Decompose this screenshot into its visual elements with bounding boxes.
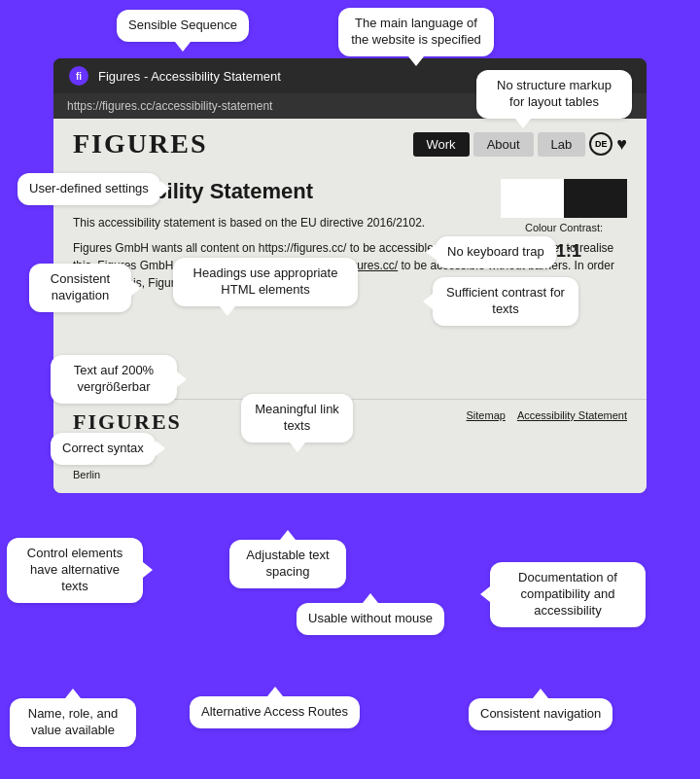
nav-lab-button[interactable]: Lab — [538, 132, 586, 157]
nav-logo: FIGURES — [73, 128, 207, 159]
contrast-white — [501, 179, 564, 218]
tab-favicon: fi — [69, 66, 88, 86]
bubble-headings: Headings use appropriate HTML elements — [173, 258, 358, 306]
footer-logo: FIGURES — [73, 409, 182, 435]
nav-bar: FIGURES Work About Lab DE ♥ — [53, 119, 647, 169]
bubble-correct-syntax: Correct syntax — [51, 433, 156, 465]
bubble-sufficient-contrast: Sufficient contrast for texts — [433, 277, 578, 326]
bubble-no-structure: No structure markup for layout tables — [476, 70, 632, 119]
bubble-meaningful-links: Meaningful link texts — [241, 394, 353, 443]
bubble-name-role-value: Name, role, and value available — [10, 698, 136, 747]
bubble-consistent-nav-2: Consistent navigation — [469, 698, 612, 730]
nav-about-button[interactable]: About — [473, 132, 534, 157]
bubble-adjustable-spacing: Adjustable text spacing — [229, 540, 346, 588]
contrast-black — [564, 179, 627, 218]
bubble-text-zoom: Text auf 200% vergrößerbar — [51, 355, 177, 404]
bubble-control-elements: Control elements have alternative texts — [7, 538, 143, 603]
nav-lang-button[interactable]: DE — [589, 132, 612, 156]
bubble-alt-access: Alternative Access Routes — [190, 696, 360, 728]
footer-links: Sitemap Accessibility Statement — [467, 409, 627, 421]
nav-work-button[interactable]: Work — [413, 132, 470, 157]
bubble-no-keyboard-trap: No keyboard trap — [436, 236, 556, 268]
nav-heart-icon[interactable]: ♥ — [616, 134, 627, 155]
contrast-label: Colour Contrast: — [501, 218, 627, 237]
bubble-usable-without-mouse: Usable without mouse — [297, 603, 444, 635]
sitemap-link[interactable]: Sitemap — [467, 409, 506, 421]
bubble-user-defined: User-defined settings — [18, 173, 160, 205]
accessibility-statement-link[interactable]: Accessibility Statement — [517, 409, 627, 421]
tab-title: Figures - Accessibility Statement — [98, 69, 281, 84]
bubble-consistent-nav: Consistent navigation — [29, 264, 131, 312]
bubble-main-language: The main language of the website is spec… — [338, 8, 494, 56]
bubble-sensible-sequence: Sensible Sequence — [117, 10, 249, 42]
bubble-documentation: Documentation of compatibility and acces… — [490, 562, 646, 627]
